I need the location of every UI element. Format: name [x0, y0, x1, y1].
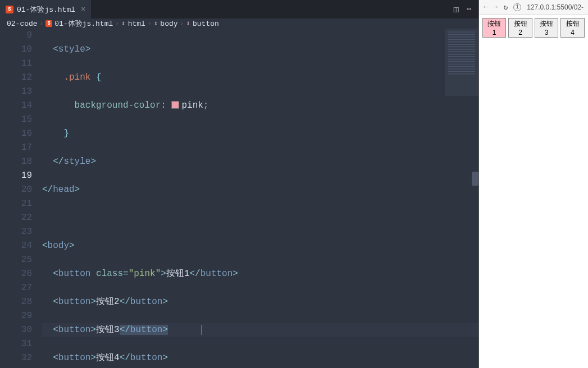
line-number: 21 — [0, 197, 32, 211]
html5-icon: 5 — [6, 6, 13, 13]
more-icon[interactable]: ⋯ — [467, 4, 472, 15]
line-number: 26 — [0, 267, 32, 281]
minimap[interactable] — [445, 29, 478, 96]
browser-viewport: 按钮1 按钮2 按钮3 按钮4 — [479, 15, 588, 41]
page-button-1[interactable]: 按钮1 — [482, 18, 507, 38]
line-number: 31 — [0, 337, 32, 351]
line-number: 9 — [0, 29, 32, 43]
chevron-right-icon: › — [40, 20, 44, 27]
forward-icon[interactable]: → — [494, 3, 498, 11]
breadcrumb-node[interactable]: button — [193, 20, 219, 28]
line-number: 10 — [0, 43, 32, 57]
tag-icon: ⬍ — [121, 19, 126, 28]
line-number: 27 — [0, 281, 32, 295]
tab-filename: 01-体验js.html — [17, 4, 75, 15]
file-tab[interactable]: 5 01-体验js.html × — [0, 0, 91, 19]
tag-icon: ⬍ — [186, 19, 190, 28]
line-number: 24 — [0, 239, 32, 253]
page-button-3[interactable]: 按钮3 — [535, 18, 559, 38]
line-number: 20 — [0, 183, 32, 197]
editor-pane: 5 01-体验js.html × ◫ ⋯ 02-code › 5 01-体验js… — [0, 0, 478, 368]
chevron-right-icon: › — [180, 20, 184, 27]
line-number: 14 — [0, 99, 32, 113]
breadcrumb[interactable]: 02-code › 5 01-体验js.html › ⬍ html › ⬍ bo… — [0, 19, 478, 29]
browser-pane: ← → ↻ i 127.0.0.1:5500/02- 按钮1 按钮2 按钮3 按… — [478, 0, 588, 368]
line-number: 15 — [0, 113, 32, 127]
breadcrumb-file[interactable]: 01-体验js.html — [54, 19, 113, 29]
page-button-4[interactable]: 按钮4 — [560, 18, 585, 38]
scrollbar-thumb[interactable] — [472, 172, 478, 186]
split-editor-icon[interactable]: ◫ — [454, 4, 459, 15]
breadcrumb-node[interactable]: html — [128, 20, 145, 28]
back-icon[interactable]: ← — [484, 3, 488, 11]
line-number: 18 — [0, 155, 32, 169]
line-number: 28 — [0, 295, 32, 309]
line-number: 29 — [0, 309, 32, 323]
info-icon[interactable]: i — [513, 3, 521, 11]
line-number: 25 — [0, 253, 32, 267]
line-number: 23 — [0, 225, 32, 239]
line-number: 19 — [0, 169, 32, 183]
breadcrumb-node[interactable]: body — [160, 20, 177, 28]
chevron-right-icon: › — [115, 20, 119, 27]
line-number: 12 — [0, 71, 32, 85]
html5-icon: 5 — [45, 20, 52, 27]
tag-icon: ⬍ — [154, 19, 158, 28]
text-cursor — [202, 325, 202, 335]
line-number: 32 — [0, 351, 32, 365]
close-icon[interactable]: × — [81, 5, 85, 14]
line-number: 16 — [0, 127, 32, 141]
tab-actions: ◫ ⋯ — [454, 4, 478, 15]
breadcrumb-folder[interactable]: 02-code — [7, 20, 38, 28]
line-number: 30 — [0, 323, 32, 337]
tab-bar: 5 01-体验js.html × ◫ ⋯ — [0, 0, 478, 19]
address-bar[interactable]: 127.0.0.1:5500/02- — [527, 3, 584, 11]
line-number: 22 — [0, 211, 32, 225]
code-content[interactable]: <style> .pink { background-color: pink; … — [42, 29, 478, 368]
code-area[interactable]: 9 10 11 12 13 14 15 16 17 18 19 20 21 22… — [0, 29, 478, 368]
line-number: 11 — [0, 57, 32, 71]
reload-icon[interactable]: ↻ — [503, 3, 508, 12]
color-swatch-icon — [171, 101, 179, 109]
line-gutter: 9 10 11 12 13 14 15 16 17 18 19 20 21 22… — [0, 29, 42, 368]
chevron-right-icon: › — [148, 20, 152, 27]
line-number: 17 — [0, 141, 32, 155]
browser-toolbar: ← → ↻ i 127.0.0.1:5500/02- — [479, 0, 588, 15]
line-number: 13 — [0, 85, 32, 99]
page-button-2[interactable]: 按钮2 — [508, 18, 532, 38]
